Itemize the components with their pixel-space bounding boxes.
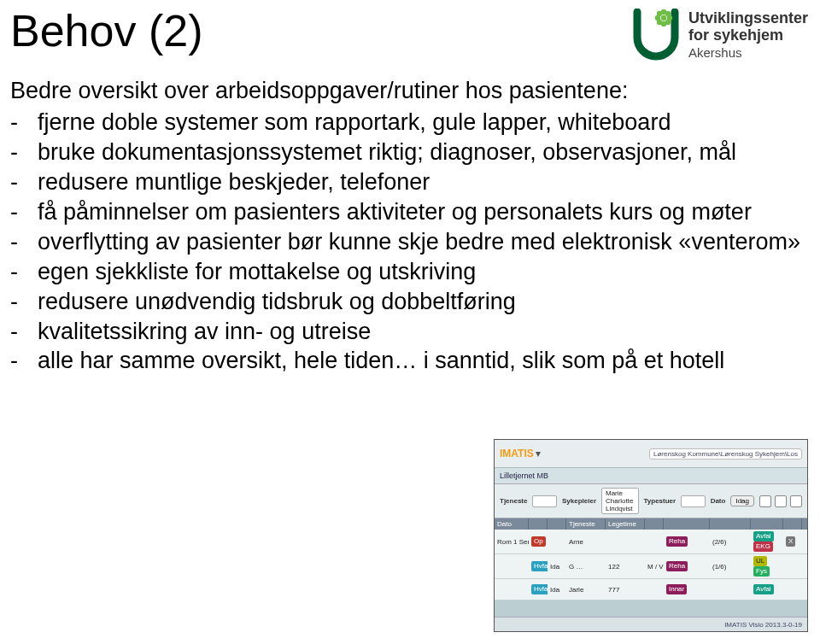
ss-cell: Reha xyxy=(664,559,710,573)
history-icon[interactable] xyxy=(759,495,771,507)
ss-cell: 777 xyxy=(606,584,645,595)
bullet-dash: - xyxy=(10,288,22,316)
ss-cell: Reha xyxy=(664,535,710,548)
logo-line3: Akershus xyxy=(688,46,808,61)
ss-col-header xyxy=(548,518,566,530)
bullet-item: -overflytting av pasienter bør kunne skj… xyxy=(10,228,805,256)
bullet-item: -redusere unødvendig tidsbruk og dobbelt… xyxy=(10,288,805,316)
content-block: Bedre oversikt over arbeidsoppgaver/ruti… xyxy=(10,77,805,377)
ss-cell: Hvfall xyxy=(529,559,548,573)
bullet-text: bruke dokumentasjonssystemet riktig; dia… xyxy=(38,138,736,167)
bullet-dash: - xyxy=(10,318,22,346)
ss-col-header xyxy=(529,518,548,530)
intro-line: Bedre oversikt over arbeidsoppgaver/ruti… xyxy=(10,77,805,105)
ss-tab-item: Lørenskog Kommune\Lørenskog Sykehjem\Los xyxy=(649,448,802,460)
bars-icon[interactable] xyxy=(775,495,787,507)
svg-point-8 xyxy=(657,11,662,16)
ss-col-header xyxy=(783,518,802,530)
svg-point-6 xyxy=(657,20,662,25)
embedded-screenshot: IMATIS▾ Lørenskog Kommune\Lørenskog Syke… xyxy=(494,439,808,632)
ss-cell: Avfal xyxy=(751,583,783,596)
ss-lbl-tjeneste: Tjeneste xyxy=(500,497,527,505)
bullet-dash: - xyxy=(10,138,22,167)
u-logo-icon xyxy=(632,9,680,61)
bullet-item: -fjerne doble systemer som rapportark, g… xyxy=(10,108,805,137)
bullet-item: -egen sjekkliste for mottakelse og utskr… xyxy=(10,258,805,286)
bullet-item: -få påminnelser om pasienters aktivitete… xyxy=(10,198,805,226)
ss-brand: IMATIS▾ xyxy=(500,448,541,460)
ss-cell: M / VI xyxy=(645,561,664,572)
bullet-item: -redusere muntlige beskjeder, telefoner xyxy=(10,168,805,196)
logo-line2: for sykehjem xyxy=(688,27,808,44)
ss-col-header: Dato xyxy=(495,518,529,530)
ss-cell: ULFys xyxy=(751,554,783,578)
ss-table-body: Rom 1 Seng 1OpArneReha(2/6)AvfalEKGX+2:2… xyxy=(495,530,807,600)
bullet-dash: - xyxy=(10,198,22,226)
ss-cell: Arne xyxy=(566,536,606,547)
bullet-item: -alle har samme oversikt, hele tiden… i … xyxy=(10,347,805,375)
ss-cell xyxy=(783,588,802,591)
ss-name-chip[interactable]: Marie Charlotte Lindqvist xyxy=(601,488,639,514)
logo-line1: Utviklingssenter xyxy=(688,10,808,27)
ss-cell xyxy=(606,540,645,543)
ss-cell xyxy=(495,584,529,595)
ss-cell xyxy=(783,565,802,568)
bullet-text: overflytting av pasienter bør kunne skje… xyxy=(38,228,800,256)
ss-lbl-sykepleier: Sykepleier xyxy=(562,497,596,505)
ss-input[interactable] xyxy=(681,495,706,507)
ss-col-header: Tjeneste xyxy=(566,518,606,530)
bullet-dash: - xyxy=(10,347,22,375)
svg-point-0 xyxy=(661,15,666,20)
page-title: Behov (2) xyxy=(10,5,202,56)
ss-cell: Hvfall xyxy=(529,583,548,596)
ss-cell: (2/6) xyxy=(710,536,751,547)
ss-cell xyxy=(548,540,566,543)
ss-cell: Innar xyxy=(664,583,710,596)
ss-cell: X xyxy=(783,535,802,548)
ss-statusbar: IMATIS Visio 2013.3-0-19 xyxy=(495,617,807,631)
ss-table-row[interactable]: Rom 1 Seng 1OpArneReha(2/6)AvfalEKGX+2:2… xyxy=(495,530,807,554)
bullet-dash: - xyxy=(10,228,22,256)
ss-col-header xyxy=(802,518,808,530)
ss-cell: 122 xyxy=(606,561,645,572)
bullet-dash: - xyxy=(10,258,22,286)
ss-cell xyxy=(645,588,664,591)
ss-cell xyxy=(802,588,808,591)
ss-table-row[interactable]: HvfallIdaJarle777InnarAvfal xyxy=(495,579,807,600)
ss-cell xyxy=(802,540,808,543)
bullet-text: redusere muntlige beskjeder, telefoner xyxy=(38,168,430,196)
ss-input[interactable] xyxy=(532,495,557,507)
bullet-text: alle har samme oversikt, hele tiden… i s… xyxy=(38,347,724,375)
ss-filter-row: Tjeneste Sykepleier Marie Charlotte Lind… xyxy=(495,484,807,518)
ss-cell: Op xyxy=(529,535,548,548)
bullet-text: få påminnelser om pasienters aktiviteter… xyxy=(38,198,752,226)
bullet-list: -fjerne doble systemer som rapportark, g… xyxy=(10,108,805,375)
ss-lbl-dato: Dato xyxy=(711,497,726,505)
ss-table-row[interactable]: HvfallIdaG …122M / VIReha(1/6)ULFys+1:23… xyxy=(495,554,807,579)
bullet-text: kvalitetssikring av inn- og utreise xyxy=(38,318,371,346)
ss-col-header xyxy=(751,518,783,530)
brand-logo: Utviklingssenter for sykehjem Akershus xyxy=(632,9,808,61)
ss-col-header xyxy=(664,518,710,530)
ss-cell: Jarle xyxy=(566,584,606,595)
ss-cell: AvfalEKG xyxy=(751,530,783,553)
ss-table-header: DatoTjenesteLegetime xyxy=(495,518,807,530)
bullet-item: -kvalitetssikring av inn- og utreise xyxy=(10,318,805,346)
ss-cell: (1/6) xyxy=(710,561,751,572)
settings-icon[interactable] xyxy=(790,495,802,507)
ss-col-header: Legetime xyxy=(606,518,645,530)
ss-lbl-typestuer: Typestuer xyxy=(644,497,676,505)
bullet-dash: - xyxy=(10,168,22,196)
svg-point-7 xyxy=(665,11,671,16)
ss-cell: G … xyxy=(566,561,606,572)
ss-cell: Ida xyxy=(548,584,566,595)
ss-cell xyxy=(710,588,751,591)
ss-today-button[interactable]: Idag xyxy=(730,495,754,506)
ss-cell: Ida xyxy=(548,561,566,572)
ss-cell xyxy=(645,540,664,543)
ss-col-header xyxy=(645,518,664,530)
ss-cell: Rom 1 Seng 1 xyxy=(495,536,529,547)
bullet-item: -bruke dokumentasjonssystemet riktig; di… xyxy=(10,138,805,167)
ss-cell xyxy=(802,565,808,568)
ss-browser-bar: IMATIS▾ Lørenskog Kommune\Lørenskog Syke… xyxy=(495,440,807,468)
